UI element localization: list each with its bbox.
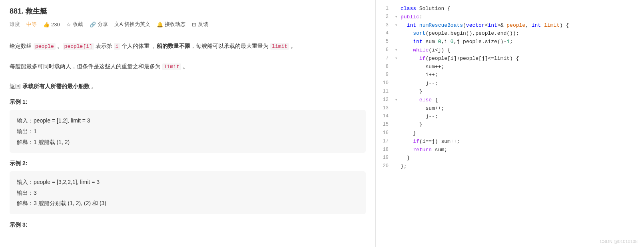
line-number-20: 20 xyxy=(376,162,389,171)
line-number-15: 15 xyxy=(376,121,389,129)
line-number-3: 3 xyxy=(376,22,389,30)
token: if xyxy=(419,55,426,63)
fold-icon-2[interactable]: ▾ xyxy=(395,14,401,20)
token: vector xyxy=(466,22,485,30)
token: >& xyxy=(497,22,504,30)
code-line-1: class Solution { xyxy=(395,5,644,13)
token: ) { xyxy=(560,22,569,30)
line-number-5: 5 xyxy=(376,38,389,46)
code-line-6: ▾ while(i<j) { xyxy=(395,46,644,55)
fold-icon-7[interactable]: ▾ xyxy=(395,55,401,62)
code-line-19: } xyxy=(395,154,644,162)
indent-6 xyxy=(401,46,413,55)
code-line-18: return sum; xyxy=(395,146,644,154)
token: i++; xyxy=(425,71,438,79)
like-action[interactable]: 👍 230 xyxy=(43,22,60,28)
code-line-7: ▾ if(people[i]+people[j]<=limit) { xyxy=(395,55,644,63)
indent-12 xyxy=(401,96,419,105)
fold-icon-8 xyxy=(395,64,401,70)
token: int xyxy=(413,38,422,46)
fold-icon-12[interactable]: ▾ xyxy=(395,97,401,103)
notify-action[interactable]: 🔔 接收动态 xyxy=(157,21,185,28)
fold-icon-11 xyxy=(395,89,401,95)
translate-icon: 文A xyxy=(114,21,123,28)
collect-label: 收藏 xyxy=(73,21,83,28)
example1-line-2: 输出：1 xyxy=(17,126,359,137)
collect-action[interactable]: ☆ 收藏 xyxy=(66,21,83,28)
line-number-17: 17 xyxy=(376,138,389,146)
example2-line-1: 输入：people = [3,2,2,1], limit = 3 xyxy=(17,177,359,188)
token: j--; xyxy=(425,113,438,121)
token: (people.begin(),people.end()); xyxy=(425,30,519,38)
code-line-14: j--; xyxy=(395,113,644,121)
token: else xyxy=(419,96,432,105)
line-number-1: 1 xyxy=(376,5,389,13)
line-number-19: 19 xyxy=(376,154,389,162)
indent-4 xyxy=(401,30,413,38)
token: }; xyxy=(401,162,407,171)
fold-icon-4 xyxy=(395,31,401,37)
token: limit xyxy=(541,22,560,30)
token: class xyxy=(401,5,419,13)
difficulty-label: 难度 xyxy=(10,21,20,28)
difficulty-value: 中等 xyxy=(26,21,37,28)
line-number-11: 11 xyxy=(376,88,389,96)
example2-line-3: 解释：3 艘船分别载 (1, 2), (2) 和 (3) xyxy=(17,198,359,209)
example2-title: 示例 2: xyxy=(10,160,366,167)
fold-icon-13 xyxy=(395,105,401,112)
line-number-14: 14 xyxy=(376,113,389,121)
token: : xyxy=(419,13,423,22)
line-number-2: 2 xyxy=(376,13,389,22)
fold-icon-19 xyxy=(395,155,401,162)
csdn-footer: CSDN @01010108 xyxy=(600,239,638,244)
indent-11 xyxy=(401,88,419,96)
share-action[interactable]: 🔗 分享 xyxy=(90,21,108,28)
fold-icon-17 xyxy=(395,138,401,145)
token: numRescueBoats xyxy=(419,22,463,30)
code-line-16: } xyxy=(395,129,644,138)
token: } xyxy=(407,154,410,162)
fold-icon-10 xyxy=(395,81,401,87)
feedback-action[interactable]: ⊡ 反馈 xyxy=(192,21,208,28)
token: sort xyxy=(413,30,425,38)
code-line-2: ▾public: xyxy=(395,13,644,22)
code-line-8: sum++; xyxy=(395,63,644,71)
translate-action[interactable]: 文A 切换为英文 xyxy=(114,21,151,28)
example2-box: 输入：people = [3,2,2,1], limit = 3 输出：3 解释… xyxy=(10,171,366,214)
token: public xyxy=(401,13,419,22)
token: sum++; xyxy=(425,63,444,71)
fold-icon-6[interactable]: ▾ xyxy=(395,47,401,53)
problem-title: 881. 救生艇 xyxy=(10,6,366,16)
token: j--; xyxy=(425,79,438,88)
feedback-label: 反馈 xyxy=(198,21,208,28)
translate-label: 切换为英文 xyxy=(124,21,150,28)
line-number-8: 8 xyxy=(376,63,389,71)
indent-14 xyxy=(401,113,425,121)
indent-9 xyxy=(401,71,425,79)
code-line-20: }; xyxy=(395,162,644,171)
token: } xyxy=(419,88,423,96)
fold-icon-3[interactable]: ▾ xyxy=(395,22,401,29)
token: , xyxy=(525,22,532,30)
token: int xyxy=(532,22,541,30)
line-number-6: 6 xyxy=(376,46,389,55)
example1-line-3: 解释：1 艘船载 (1, 2) xyxy=(17,137,359,148)
line-number-4: 4 xyxy=(376,30,389,38)
right-panel: 1234567891011121314151617181920 class So… xyxy=(376,0,644,247)
token: return xyxy=(413,146,432,154)
code-line-4: sort(people.begin(),people.end()); xyxy=(395,30,644,38)
code-line-15: } xyxy=(395,121,644,129)
token: { xyxy=(447,5,451,13)
token: 0 xyxy=(438,38,441,46)
code-line-17: if(i==j) sum++; xyxy=(395,138,644,146)
left-panel: 881. 救生艇 难度 中等 👍 230 ☆ 收藏 🔗 分享 文A 切换为英文 … xyxy=(0,0,376,247)
token: int xyxy=(488,22,497,30)
share-label: 分享 xyxy=(98,21,108,28)
code-line-5: int sum=0,i=0,j=people.size()-1; xyxy=(395,38,644,46)
code-content: class Solution {▾public:▾ int numRescueB… xyxy=(393,5,644,171)
indent-16 xyxy=(401,129,413,138)
token: ,j=people.size()- xyxy=(454,38,507,46)
token: } xyxy=(413,129,416,138)
indent-5 xyxy=(401,38,413,46)
indent-13 xyxy=(401,105,425,113)
